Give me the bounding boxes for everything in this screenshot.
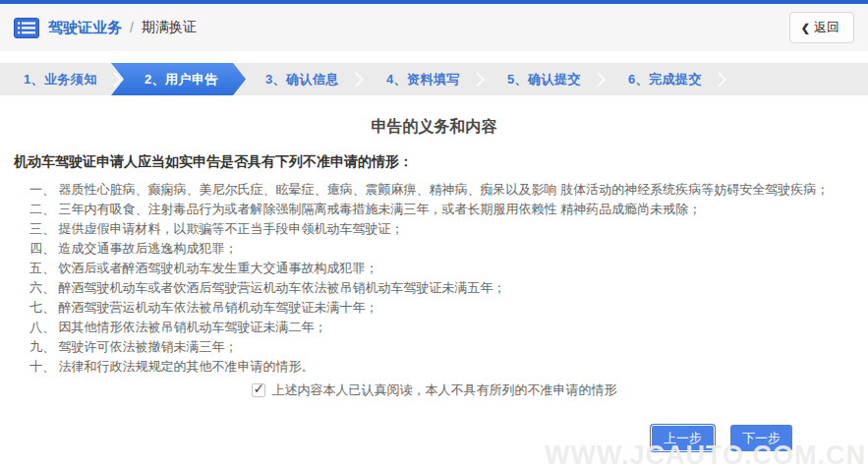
license-renewal-page: 驾驶证业务 / 期满换证 ❮ 返回 1、业务须知2、用户申告3、确认信息4、资料… (0, 0, 868, 469)
step-label: 1、业务须知 (24, 71, 97, 88)
previous-step-button[interactable]: 上一步 (651, 425, 715, 451)
step-3[interactable]: 3、确认信息 (242, 63, 363, 95)
declaration-item: 八、 因其他情形依法被吊销机动车驾驶证未满二年； (14, 318, 854, 337)
declaration-item: 一、 器质性心脏病、癫痫病、美尼尔氏症、眩晕症、癔病、震颤麻痹、精神病、痴呆以及… (14, 180, 854, 200)
declaration-item: 七、 醉酒驾驶营运机动车依法被吊销机动车驾驶证未满十年； (14, 298, 854, 318)
declaration-item: 三、 提供虚假申请材料，以欺骗等不正当手段申领机动车驾驶证； (14, 219, 854, 239)
declaration-item: 十、 法律和行政法规规定的其他不准申请的情形。 (14, 357, 854, 377)
breadcrumb-separator: / (130, 20, 134, 35)
step-6[interactable]: 6、完成提交 (605, 63, 725, 95)
main-content: 申告的义务和内容 机动车驾驶证申请人应当如实申告是否具有下列不准申请的情形： 一… (0, 117, 868, 451)
wizard-buttons: 上一步 下一步 (14, 425, 854, 451)
agreement-row: ✓ 上述内容本人已认真阅读，本人不具有所列的不准申请的情形 (14, 381, 854, 399)
license-list-icon (14, 18, 39, 38)
declaration-item: 六、 醉酒驾驶机动车或者饮酒后驾驶营运机动车依法被吊销机动车驾驶证未满五年； (14, 278, 854, 298)
step-label: 4、资料填写 (386, 71, 460, 88)
checkmark-icon: ✓ (254, 381, 265, 396)
agreement-checkbox[interactable]: ✓ (252, 383, 265, 397)
header-bar: 驾驶证业务 / 期满换证 ❮ 返回 (0, 4, 868, 51)
declaration-item: 五、 饮酒后或者醉酒驾驶机动车发生重大交通事故构成犯罪； (14, 259, 854, 278)
declaration-intro: 机动车驾驶证申请人应当如实申告是否具有下列不准申请的情形： (14, 153, 854, 171)
step-2[interactable]: 2、用户申告 (121, 63, 242, 95)
declaration-list: 一、 器质性心脏病、癫痫病、美尼尔氏症、眩晕症、癔病、震颤麻痹、精神病、痴呆以及… (14, 180, 854, 377)
declaration-item: 九、 驾驶许可依法被撤销未满三年； (14, 337, 854, 357)
back-chevron-icon: ❮ (801, 22, 810, 34)
declaration-item: 二、 三年内有吸食、注射毒品行为或者解除强制隔离戒毒措施未满三年，或者长期服用依… (14, 200, 854, 219)
next-step-button[interactable]: 下一步 (730, 425, 792, 451)
step-5[interactable]: 5、确认提交 (484, 63, 605, 95)
breadcrumb-page-title: 期满换证 (142, 19, 197, 36)
back-button[interactable]: ❮ 返回 (789, 12, 854, 43)
step-label: 2、用户申告 (145, 71, 218, 88)
step-label: 5、确认提交 (507, 71, 581, 88)
back-button-label: 返回 (814, 19, 839, 36)
step-4[interactable]: 4、资料填写 (363, 63, 484, 95)
breadcrumb-app-title: 驾驶证业务 (48, 19, 122, 37)
step-label: 3、确认信息 (265, 71, 339, 88)
steps-bar: 1、业务须知2、用户申告3、确认信息4、资料填写5、确认提交6、完成提交 (0, 63, 868, 95)
agreement-label: 上述内容本人已认真阅读，本人不具有所列的不准申请的情形 (272, 381, 617, 399)
declaration-item: 四、 造成交通事故后逃逸构成犯罪； (14, 239, 854, 259)
step-1[interactable]: 1、业务须知 (0, 63, 121, 95)
step-label: 6、完成提交 (628, 71, 702, 88)
page-title: 申告的义务和内容 (14, 117, 854, 138)
